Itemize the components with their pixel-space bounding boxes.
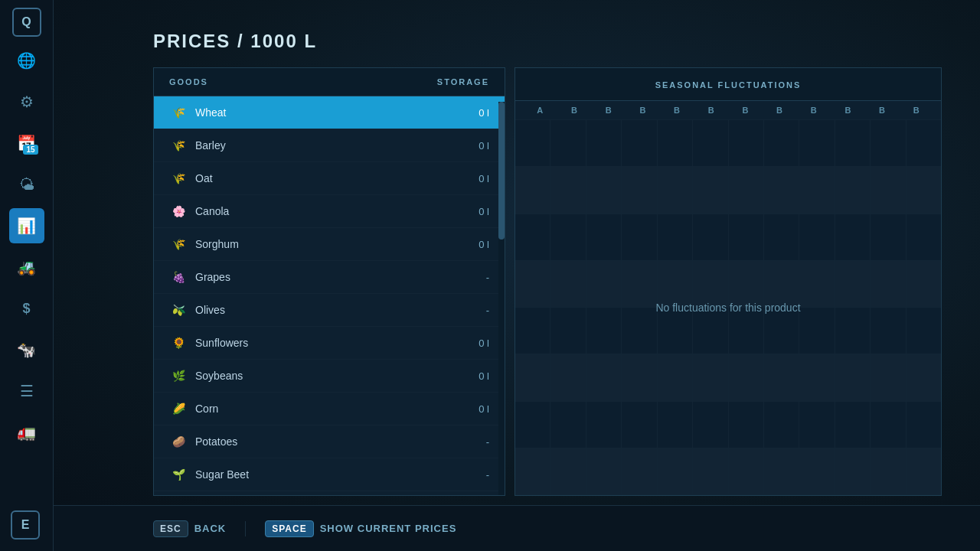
goods-row[interactable]: 🌱 Sugar Beet Cut - [154,491,505,495]
scrollbar[interactable] [498,102,505,495]
sidebar-item-economy[interactable]: $ [9,291,44,326]
show-prices-button[interactable]: SPACE SHOW CURRENT PRICES [265,520,456,537]
goods-list: 🌾 Wheat 0 l 🌾 Barley 0 l 🌾 Oat 0 l 🌸 Can… [154,96,505,495]
fluc-cell [693,214,728,260]
goods-row[interactable]: 🌽 Corn 0 l [154,393,505,425]
fluc-cell [906,120,941,166]
fluc-cell [799,261,835,307]
fluc-cell [550,120,586,166]
bottom-separator [245,521,246,536]
goods-row[interactable]: 🌾 Wheat 0 l [154,96,505,129]
fluc-cell [729,448,764,494]
fluc-cell [906,214,941,260]
fluc-cell [622,448,657,494]
fluc-cell [658,120,693,166]
sidebar-item-steering[interactable]: ⚙ [9,84,44,119]
fluc-row [515,402,941,448]
goods-row[interactable]: 🫒 Olives - [154,294,505,327]
wheel-icon: ⚙ [20,93,34,111]
fluc-cell [550,261,586,307]
fluc-cell [693,448,728,494]
chart-icon: 📊 [17,217,36,235]
fluc-cell [515,214,550,260]
goods-icon: 🌿 [169,367,188,385]
fluc-cell [835,120,871,166]
fluc-cell [906,402,941,448]
sidebar-item-weather[interactable]: 🌤 [9,167,44,202]
goods-row[interactable]: 🥔 Potatoes - [154,425,505,458]
sidebar-item-contracts[interactable]: ☰ [9,373,44,409]
fluc-cell [658,261,693,307]
fluc-cell [515,120,550,166]
no-fluctuations-message: No fluctuations for this product [655,302,800,314]
sidebar-item-calendar[interactable]: 📅 15 [9,126,44,161]
goods-row-left: 🌻 Sunflowers [169,334,248,352]
transport-icon: 🚛 [17,423,36,442]
bottom-bar: ESC BACK SPACE SHOW CURRENT PRICES [54,505,980,551]
fluc-cell [658,308,693,354]
scroll-thumb[interactable] [498,102,505,240]
fluc-cell [835,402,871,448]
goods-row[interactable]: 🍇 Grapes - [154,261,505,294]
fluc-cell [550,308,586,354]
fluc-cell [799,308,835,354]
goods-name: Soybeans [195,370,243,382]
fluc-cell [693,120,728,166]
goods-name: Potatoes [195,435,237,448]
fluc-cell [729,402,764,448]
goods-storage: 0 l [479,173,489,184]
goods-row[interactable]: 🌻 Sunflowers 0 l [154,327,505,360]
fluc-column-label: B [626,106,660,115]
fluc-cell [799,167,835,213]
fluc-cell [764,167,799,213]
goods-row[interactable]: 🌸 Canola 0 l [154,195,505,228]
fluc-cell [658,354,693,400]
fluc-cell [799,402,835,448]
goods-icon: 🌾 [169,169,188,187]
sidebar: Q 🌐 ⚙ 📅 15 🌤 📊 🚜 $ 🐄 ☰ 🚛 E [0,0,54,551]
fluc-cell [871,261,906,307]
show-prices-label: SHOW CURRENT PRICES [320,523,457,534]
goods-row[interactable]: 🌿 Soybeans 0 l [154,360,505,393]
sidebar-item-transport[interactable]: 🚛 [9,415,44,450]
fluc-cell [906,448,941,494]
q-key-button[interactable]: Q [12,8,41,37]
fluc-cell [906,167,941,213]
back-button[interactable]: ESC BACK [153,520,226,537]
e-key-button[interactable]: E [11,510,40,540]
sidebar-item-chart[interactable]: 📊 [9,208,44,243]
sidebar-item-globe[interactable]: 🌐 [9,43,44,78]
goods-row[interactable]: 🌾 Barley 0 l [154,129,505,162]
fluc-cell [871,214,906,260]
tractor-icon: 🚜 [17,258,36,276]
fluc-row [515,167,941,214]
goods-name: Corn [195,403,218,415]
goods-row[interactable]: 🌱 Sugar Beet - [154,458,505,491]
goods-row-left: 🥔 Potatoes [169,432,237,451]
goods-row-left: 🌾 Oat [169,169,213,187]
weather-icon: 🌤 [19,176,34,194]
goods-row[interactable]: 🌾 Oat 0 l [154,162,505,195]
fluc-cell [693,261,728,307]
goods-row[interactable]: 🌾 Sorghum 0 l [154,228,505,261]
fluctuations-panel: SEASONAL FLUCTUATIONS ABBBBBBBBBBB No fl… [514,67,942,496]
fluc-row [515,214,941,261]
sidebar-item-tractor[interactable]: 🚜 [9,249,44,285]
fluc-column-label: B [728,106,763,115]
fluc-cell [693,308,728,354]
fluc-cell [799,448,835,494]
goods-storage: 0 l [479,370,489,382]
fluc-cell [515,402,550,448]
fluc-column-label: B [660,106,694,115]
goods-column-label: GOODS [169,77,208,86]
list-icon: ☰ [20,382,34,400]
goods-name: Sunflowers [195,337,248,349]
fluc-cell [764,402,799,448]
fluc-cell [586,308,622,354]
fluc-cell [622,214,657,260]
fluc-cell [622,120,657,166]
fluc-cell [586,402,622,448]
globe-icon: 🌐 [17,51,36,70]
goods-icon: 🌾 [169,235,188,253]
sidebar-item-animals[interactable]: 🐄 [9,332,44,367]
